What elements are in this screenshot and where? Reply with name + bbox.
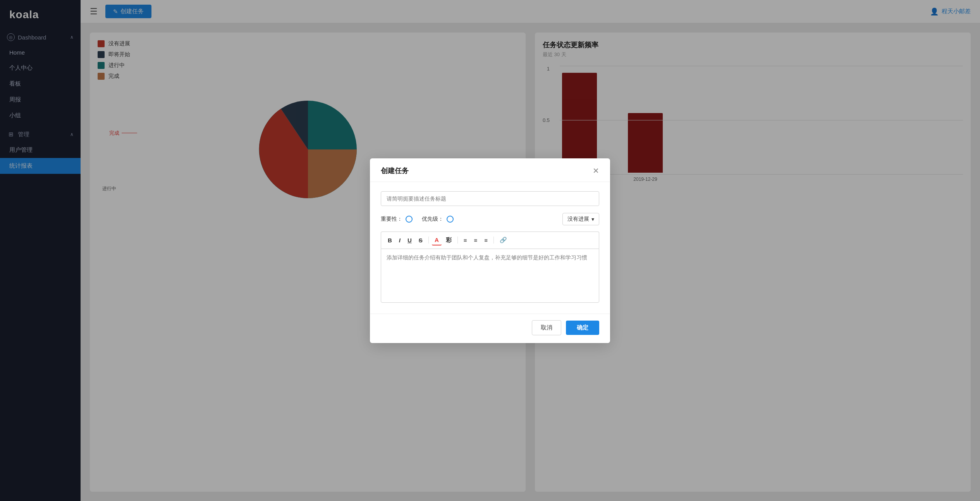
toolbar-sep-1 xyxy=(428,237,429,244)
status-dropdown[interactable]: 没有进展 ▾ xyxy=(562,213,599,225)
priority-label: 优先级： xyxy=(422,216,444,223)
strikethrough-button[interactable]: S xyxy=(416,235,425,245)
confirm-button[interactable]: 确定 xyxy=(566,321,599,335)
status-label: 没有进展 xyxy=(567,216,589,223)
task-description-editor[interactable] xyxy=(381,249,599,303)
editor-toolbar: B I U S A 彩 ≡ ≡ ≡ 🔗 xyxy=(381,232,599,249)
modal-body: 重要性： 优先级： 没有进展 ▾ B I U S A xyxy=(370,182,610,314)
font-color-button[interactable]: A xyxy=(432,235,442,245)
italic-button[interactable]: I xyxy=(396,235,403,245)
ordered-list-button[interactable]: ≡ xyxy=(461,235,470,245)
highlight-button[interactable]: 彩 xyxy=(443,235,454,245)
unordered-list-button[interactable]: ≡ xyxy=(471,235,480,245)
modal-overlay[interactable]: 创建任务 ✕ 重要性： 优先级： 没有进展 ▾ xyxy=(0,0,980,501)
modal-header: 创建任务 ✕ xyxy=(370,158,610,182)
modal-title: 创建任务 xyxy=(381,166,409,175)
align-button[interactable]: ≡ xyxy=(481,235,490,245)
underline-button[interactable]: U xyxy=(405,235,414,245)
importance-label: 重要性： xyxy=(381,216,402,223)
toolbar-sep-3 xyxy=(493,237,494,244)
modal-close-button[interactable]: ✕ xyxy=(593,167,599,175)
priority-field: 优先级： xyxy=(422,216,454,223)
task-title-input[interactable] xyxy=(381,191,599,206)
importance-radio[interactable] xyxy=(406,216,413,223)
importance-field: 重要性： xyxy=(381,216,413,223)
bold-button[interactable]: B xyxy=(385,235,395,245)
cancel-button[interactable]: 取消 xyxy=(532,320,561,335)
toolbar-sep-2 xyxy=(457,237,458,244)
status-dropdown-arrow: ▾ xyxy=(591,216,594,222)
link-button[interactable]: 🔗 xyxy=(497,235,510,245)
task-meta-row: 重要性： 优先级： 没有进展 ▾ xyxy=(381,213,599,225)
create-task-modal: 创建任务 ✕ 重要性： 优先级： 没有进展 ▾ xyxy=(370,158,610,343)
modal-footer: 取消 确定 xyxy=(370,314,610,343)
priority-radio[interactable] xyxy=(447,216,454,223)
